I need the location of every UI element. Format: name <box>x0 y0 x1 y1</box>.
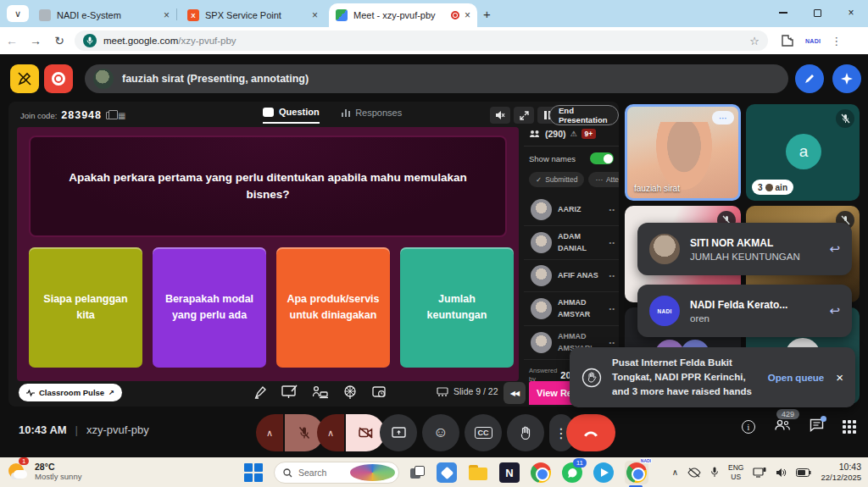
participant-row[interactable]: AFIF ANAS •• <box>524 260 619 292</box>
url-text: meet.google.com/xzy-pvuf-pby <box>103 36 236 46</box>
meeting-details-button[interactable]: i <box>742 420 755 434</box>
tab-responses[interactable]: Responses <box>342 107 403 124</box>
student-devices-icon[interactable] <box>312 385 329 400</box>
start-button[interactable] <box>244 463 263 482</box>
annotate-tool-button[interactable] <box>795 64 824 93</box>
answer-option-3[interactable]: Apa produk/servis untuk diniagakan <box>276 247 390 368</box>
previous-slides-button[interactable]: ◀◀ <box>504 382 526 404</box>
present-screen-button[interactable] <box>380 414 417 451</box>
activities-button[interactable] <box>843 420 856 434</box>
mic-tray-icon[interactable] <box>710 467 719 478</box>
chip-submitted[interactable]: ✓Submitted <box>529 172 584 187</box>
chat-notification[interactable]: SITI NOR AKMAL JUMLAH KEUNTUNGAN ↩ <box>637 223 852 275</box>
window-maximize-button[interactable] <box>800 0 834 25</box>
participants-summary: (290) ⚠ 9+ <box>524 125 619 147</box>
forward-icon[interactable]: → <box>24 34 47 47</box>
highlighter-icon[interactable] <box>253 385 268 400</box>
qr-code-icon[interactable]: ▦ <box>118 111 125 120</box>
window-minimize-button[interactable] <box>766 0 800 25</box>
timer-icon[interactable] <box>371 385 387 400</box>
chrome-nadi-active-icon[interactable]: NADI <box>625 461 648 484</box>
participants-panel: (290) ⚠ 9+ Show names ✓Submitted ⋯Atte A… <box>524 125 619 381</box>
end-presentation-button[interactable]: End Presentation <box>549 105 619 125</box>
taskbar-clock[interactable]: 10:43 22/12/2025 <box>821 462 861 484</box>
show-names-toggle[interactable] <box>590 152 614 164</box>
raised-hands-notification[interactable]: Pusat Internet Felda Bukit Tongkat, NADI… <box>570 347 855 407</box>
participant-row[interactable]: ADAM DANIAL •• <box>524 226 619 260</box>
fullscreen-button[interactable] <box>514 107 534 124</box>
mic-options-button[interactable]: ∧ <box>256 414 283 451</box>
bookmark-star-icon[interactable]: ☆ <box>749 35 760 47</box>
speaker-icon[interactable] <box>776 468 787 478</box>
battery-icon[interactable] <box>796 468 811 477</box>
photos-app-icon[interactable] <box>437 462 457 483</box>
participant-row[interactable]: AARIZ •• <box>524 194 619 226</box>
reactions-button[interactable]: ☺ <box>422 414 459 451</box>
presenter-banner[interactable]: fauziah sirat (Presenting, annotating) <box>85 64 788 93</box>
tab-question[interactable]: Question <box>263 107 320 124</box>
tab-meet-active[interactable]: Meet - xzy-pvuf-pby × <box>329 3 477 27</box>
answer-option-4[interactable]: Jumlah keuntungan <box>400 247 514 368</box>
captions-button[interactable]: CC <box>465 414 502 451</box>
open-queue-link[interactable]: Open queue <box>768 373 824 383</box>
close-tab-icon[interactable]: × <box>164 9 170 21</box>
taskbar-search[interactable]: Search <box>274 462 399 484</box>
telegram-icon[interactable] <box>593 462 614 483</box>
presentation-footer: Classroom Pulse ↗ Slide 9 / 22 ∧ ◀◀ View… <box>8 381 619 407</box>
new-tab-button[interactable]: + <box>483 7 491 21</box>
close-icon[interactable]: × <box>836 370 843 385</box>
chrome-icon[interactable] <box>531 462 551 483</box>
tile-menu-icon[interactable]: ⋯ <box>712 111 734 125</box>
wheel-picker-icon[interactable] <box>342 385 358 400</box>
answer-option-1[interactable]: Siapa pelanggan kita <box>29 247 142 368</box>
n-app-icon[interactable]: N <box>499 462 520 483</box>
hidden-eye-icon[interactable] <box>687 468 701 478</box>
tab-search-button[interactable]: ∨ <box>7 5 29 22</box>
chat-notification[interactable]: NADI NADI Felda Kerato... oren ↩ <box>637 285 852 337</box>
participant-row[interactable]: AHMAD AMSYAR •• <box>524 292 619 326</box>
toast-sender: NADI Felda Kerato... <box>690 299 822 311</box>
pen-off-icon <box>17 71 32 86</box>
browser-menu-icon[interactable]: ⋮ <box>831 35 842 47</box>
chat-panel-button[interactable] <box>810 418 824 435</box>
browser-profile-chip[interactable]: NADI <box>805 38 821 44</box>
slide-navigator[interactable]: Slide 9 / 22 ∧ <box>437 386 509 396</box>
people-panel-button[interactable]: 429 <box>774 419 791 434</box>
classroom-pulse-button[interactable]: Classroom Pulse ↗ <box>19 384 122 401</box>
tray-expand-icon[interactable]: ∧ <box>672 468 678 477</box>
warning-icon[interactable]: ⚠ <box>570 130 577 138</box>
language-switcher[interactable]: ENG US <box>728 463 743 480</box>
annotation-disabled-button[interactable] <box>10 64 39 93</box>
mute-sound-button[interactable] <box>490 107 510 124</box>
reply-icon[interactable]: ↩ <box>829 241 840 257</box>
warning-count-badge[interactable]: 9+ <box>581 129 597 139</box>
tab-nadi-esystem[interactable]: NADI e-System × <box>32 3 176 27</box>
close-tab-icon[interactable]: × <box>465 9 470 21</box>
tab-spx-service-point[interactable]: X SPX Service Point × <box>181 3 325 27</box>
leave-call-button[interactable] <box>566 414 615 451</box>
video-tile-ain[interactable]: a 3ain <box>746 104 860 201</box>
weather-widget[interactable]: 1 28°C Mostly sunny <box>7 460 81 482</box>
camera-options-button[interactable]: ∧ <box>317 414 344 451</box>
video-tile-fauziah[interactable]: ⋯ fauziah sirat <box>625 104 741 201</box>
window-close-button[interactable]: × <box>834 0 868 25</box>
address-bar[interactable]: meet.google.com/xzy-pvuf-pby ☆ <box>75 30 768 51</box>
chip-attempted[interactable]: ⋯Atte <box>588 172 619 187</box>
whiteboard-icon[interactable] <box>281 385 298 400</box>
copy-icon[interactable] <box>106 112 114 119</box>
close-tab-icon[interactable]: × <box>312 9 318 21</box>
mic-permission-icon[interactable] <box>83 34 97 47</box>
network-icon[interactable] <box>753 467 766 478</box>
answer-option-2[interactable]: Berapakah modal yang perlu ada <box>153 247 266 368</box>
reload-icon[interactable]: ↻ <box>47 34 71 47</box>
back-icon[interactable]: ← <box>0 34 24 47</box>
extensions-icon[interactable] <box>780 34 793 47</box>
whatsapp-icon[interactable]: 11 <box>562 462 582 483</box>
recording-button[interactable] <box>44 64 73 93</box>
task-view-button[interactable] <box>410 466 426 479</box>
raise-hand-button[interactable] <box>507 414 544 451</box>
gemini-button[interactable] <box>832 64 861 93</box>
file-explorer-icon[interactable] <box>468 462 488 483</box>
reply-icon[interactable]: ↩ <box>829 303 840 318</box>
camera-off-icon <box>359 427 373 439</box>
